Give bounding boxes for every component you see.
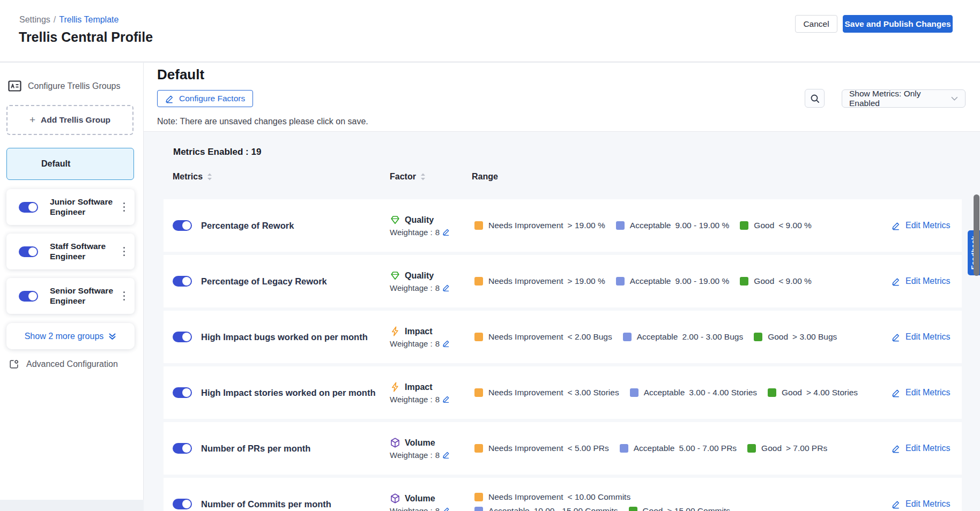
edit-pencil-icon [892,388,901,397]
cancel-button[interactable]: Cancel [795,15,837,33]
metric-toggle[interactable] [173,332,192,342]
range-value: < 9.00 % [778,221,812,230]
column-header-factor[interactable]: Factor [390,172,426,182]
metric-name: High Impact bugs worked on per month [201,311,388,363]
show-more-groups-button[interactable]: Show 2 more groups [6,323,135,349]
range-value: < 3.00 Stories [568,388,619,397]
range-level: Acceptable [630,276,671,286]
factor-cell: Volume Weightage : 8 [390,493,474,511]
add-trellis-group-label: Add Trellis Group [41,115,110,125]
sort-icon[interactable] [420,173,426,181]
edit-weightage-icon[interactable] [442,340,450,348]
edit-metrics-link[interactable]: Edit Metrics [892,499,951,509]
metric-name: Number of Commits per month [201,478,388,511]
group-label: Junior Software Engineer [50,197,115,217]
weightage-label: Weightage : [390,283,433,292]
range-value: > 4.00 Stories [806,388,858,397]
metric-toggle[interactable] [173,276,192,287]
sidebar-item-junior-software-engineer[interactable]: Junior Software Engineer [6,189,135,225]
range-cell: Needs Improvement> 19.00 % Acceptable9.0… [474,199,882,252]
group-label: Staff Software Engineer [50,242,115,261]
range-level: Good [643,506,663,511]
configure-trellis-groups-label: Configure Trellis Groups [28,81,121,91]
factor-name: Impact [405,382,433,392]
range-chip-acceptable: Acceptable5.00 - 7.00 PRs [620,444,737,453]
show-metrics-dropdown[interactable]: Show Metrics: Only Enabled [842,89,966,108]
metrics-enabled-count: Metrics Enabled : 19 [173,147,962,157]
scrollbar-thumb[interactable] [974,194,979,276]
weightage-value: 8 [435,450,440,460]
group-title: Default [157,66,204,83]
quality-icon [390,215,400,226]
range-level: Needs Improvement [488,388,563,397]
sidebar: Configure Trellis Groups + Add Trellis G… [0,63,144,500]
group-toggle[interactable] [19,246,38,257]
advanced-configuration-label: Advanced Configuration [26,359,118,369]
top-header: Settings/Trellis Template Trellis Centra… [0,0,980,62]
metric-row-number-of-prs: Number of PRs per month Volume Weightage… [164,422,962,475]
weightage-value: 8 [435,339,440,348]
weightage-value: 8 [435,228,440,237]
group-toggle[interactable] [19,202,38,213]
range-chip-good: Good> 7.00 PRs [747,444,827,453]
range-chip-good: Good> 3.00 Bugs [754,332,837,342]
range-chip-needs-improvement: Needs Improvement< 10.00 Commits [474,492,630,502]
metric-toggle[interactable] [173,387,192,398]
range-level: Needs Improvement [488,276,563,286]
range-value: 9.00 - 19.00 % [675,276,730,286]
save-and-publish-button[interactable]: Save and Publish Changes [843,15,953,33]
weightage-label: Weightage : [390,339,433,348]
sidebar-item-senior-software-engineer[interactable]: Senior Software Engineer [6,278,135,314]
column-header-range: Range [472,172,498,182]
configure-factors-button[interactable]: Configure Factors [157,90,253,107]
edit-icon [165,94,174,103]
range-cell: Needs Improvement< 3.00 Stories Acceptab… [474,366,882,419]
metric-toggle[interactable] [173,443,192,454]
sidebar-item-default[interactable]: Default [6,148,134,180]
edit-weightage-icon[interactable] [442,451,450,459]
edit-metrics-link[interactable]: Edit Metrics [892,444,951,453]
edit-metrics-link[interactable]: Edit Metrics [892,388,951,397]
edit-metrics-label: Edit Metrics [905,332,951,342]
kebab-menu-icon[interactable] [120,199,129,215]
metric-name: Percentage of Rework [201,199,388,252]
unsaved-changes-note: Note: There are unsaved changes please c… [157,117,368,126]
breadcrumb-settings[interactable]: Settings [19,15,50,24]
range-cell: Needs Improvement< 2.00 Bugs Acceptable2… [474,311,882,363]
range-level: Acceptable [488,506,530,511]
range-color-swatch [474,388,483,397]
group-toggle[interactable] [19,291,38,302]
edit-metrics-label: Edit Metrics [905,276,951,286]
column-header-factor-label: Factor [390,172,416,182]
sidebar-item-staff-software-engineer[interactable]: Staff Software Engineer [6,234,135,269]
add-trellis-group-button[interactable]: + Add Trellis Group [6,105,133,135]
edit-weightage-icon[interactable] [442,284,450,292]
column-header-metrics[interactable]: Metrics [173,172,212,182]
range-cell: Needs Improvement> 19.00 % Acceptable9.0… [474,255,882,307]
edit-weightage-icon[interactable] [442,507,450,511]
edit-metrics-link[interactable]: Edit Metrics [892,221,951,230]
metric-toggle[interactable] [173,220,192,231]
table-body: Percentage of Rework Quality Weightage :… [164,199,962,511]
factor-cell: Quality Weightage : 8 [390,270,474,292]
factor-name: Volume [405,438,435,448]
search-button[interactable] [805,89,825,108]
edit-metrics-link[interactable]: Edit Metrics [892,332,951,342]
metric-toggle[interactable] [173,499,192,509]
configure-factors-label: Configure Factors [179,94,245,103]
advanced-configuration-link[interactable]: Advanced Configuration [9,359,118,370]
edit-pencil-icon [892,277,901,286]
factor-name: Quality [405,271,434,281]
breadcrumb-separator: / [54,15,56,24]
edit-metrics-link[interactable]: Edit Metrics [892,276,951,286]
sort-icon[interactable] [207,173,212,181]
kebab-menu-icon[interactable] [120,288,129,304]
range-value: 3.00 - 4.00 Stories [689,388,757,397]
kebab-menu-icon[interactable] [120,244,129,260]
range-chip-good: Good< 9.00 % [740,276,812,286]
range-value: > 7.00 PRs [786,444,827,453]
range-level: Needs Improvement [488,444,563,453]
edit-weightage-icon[interactable] [442,228,450,236]
edit-weightage-icon[interactable] [442,395,450,403]
breadcrumb-trellis-template[interactable]: Trellis Template [59,15,118,24]
